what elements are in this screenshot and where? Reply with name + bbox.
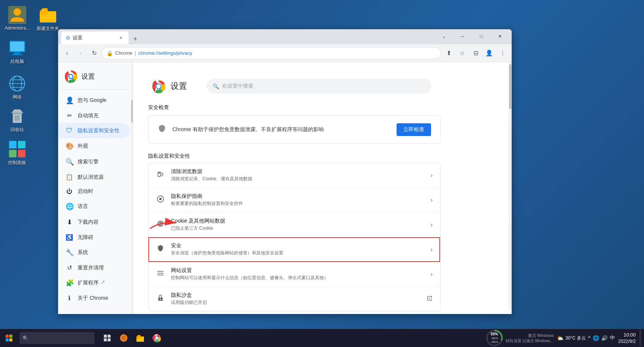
sidebar-item-reset[interactable]: ↺ 重置并清理 (58, 260, 130, 275)
desktop-icon-recycle[interactable]: 回收站 (2, 106, 32, 135)
privacy-item-clear-browsing[interactable]: 清除浏览数据 清除浏览记录、Cookie、缓存及其他数据 › (148, 163, 440, 188)
svg-point-20 (69, 75, 72, 78)
privacy-item-site-settings[interactable]: 网站设置 控制网站可以使用和显示什么信息（如位置信息、摄像头、弹出式窗口及其他）… (148, 262, 440, 287)
controlpanel-icon (8, 140, 26, 158)
chrome-taskbar-btn[interactable] (148, 330, 165, 346)
sidebar-item-privacy[interactable]: 🛡 隐私设置和安全性 (58, 123, 130, 138)
check-now-btn[interactable]: 立即检查 (397, 123, 431, 136)
privacy-guide-texts: 隐私保护指南 检查重要的隐私控制设置和安全控件 (171, 193, 425, 207)
back-btn[interactable]: ‹ (61, 47, 73, 59)
language-icon: 🌐 (66, 202, 73, 211)
safety-check-desc: Chrome 有助于保护您免受数据泄露、不良扩展程序等问题的影响 (172, 126, 391, 133)
clear-browsing-desc: 清除浏览记录、Cookie、缓存及其他数据 (171, 176, 425, 182)
svg-rect-42 (108, 335, 111, 338)
desktop-icon-pc[interactable]: 此电脑 (2, 37, 32, 66)
privacy-security-section: 隐私设置和安全性 清除浏览数据 清除浏览记录、Cookie、缓存 (148, 153, 440, 311)
desktop-icon-admin[interactable]: Administra... (2, 4, 32, 32)
privacy-item-guide[interactable]: 隐私保护指南 检查重要的隐私控制设置和安全控件 › (148, 188, 440, 212)
cookies-texts: Cookie 及其他网站数据 已阻止第三方 Cookie (171, 218, 425, 232)
volume-icon[interactable]: 🔊 (601, 335, 608, 341)
svg-rect-40 (9, 338, 12, 341)
collapse-btn[interactable]: ⌄ (435, 30, 452, 43)
site-settings-desc: 控制网站可以使用和显示什么信息（如位置信息、摄像头、弹出式窗口及其他） (171, 275, 425, 281)
firefox-btn[interactable] (115, 330, 132, 346)
desktop-icon-network[interactable]: 网络 (2, 73, 32, 102)
folder-label: 新建文件夹 (37, 25, 59, 32)
svg-point-23 (156, 84, 160, 88)
sidebar-item-system[interactable]: 🔧 系统 (58, 245, 130, 260)
close-btn[interactable]: ✕ (491, 30, 509, 43)
privacy-guide-icon (156, 195, 165, 205)
sidebar-item-appearance[interactable]: 🎨 外观 (58, 138, 130, 154)
svg-point-29 (161, 224, 162, 225)
start-btn[interactable] (0, 329, 18, 347)
weather-icon: ⛅ (557, 335, 563, 341)
search-engine-label: 搜索引擎 (78, 159, 99, 165)
reload-btn[interactable]: ↻ (88, 47, 100, 59)
taskbar-clock[interactable]: 10:00 2022/9/2 (618, 332, 636, 345)
you-google-label: 您与 Google (78, 97, 106, 104)
svg-point-1 (13, 8, 21, 16)
you-google-icon: 👤 (66, 96, 73, 105)
svg-rect-6 (14, 52, 20, 54)
sidebar-item-startup[interactable]: ⏻ 启动时 (58, 184, 130, 199)
clock-time: 10:00 (618, 332, 636, 338)
svg-rect-16 (18, 150, 25, 157)
search-engine-icon: 🔍 (66, 158, 73, 166)
show-desktop-btn[interactable] (640, 330, 641, 346)
sandbox-external-icon (427, 295, 433, 303)
tab-close-btn[interactable]: ✕ (117, 34, 124, 41)
new-tab-btn[interactable]: + (130, 34, 141, 44)
sidebar-item-you-google[interactable]: 👤 您与 Google (58, 93, 130, 108)
privacy-item-security[interactable]: 安全 安全浏览（保护您免受危险网站的侵害）和其他安全设置 › (148, 237, 440, 262)
about-label: 关于 Chrome (78, 295, 108, 302)
share-btn[interactable]: ⬆ (443, 47, 455, 59)
svg-rect-13 (9, 141, 16, 148)
activate-windows: 激活 Windows 转到 设置 以激活 Windows。 (506, 333, 554, 344)
forward-btn[interactable]: › (75, 47, 87, 59)
sidebar-item-language[interactable]: 🌐 语言 (58, 199, 130, 214)
tray-up-icon[interactable]: ^ (588, 335, 591, 341)
safety-check-title: 安全检查 (148, 104, 440, 111)
account-btn[interactable]: 👤 (483, 47, 495, 59)
bookmark-btn[interactable]: ☆ (456, 47, 468, 59)
url-bar[interactable]: 🔒 Chrome | chrome://settings/privacy (102, 47, 441, 59)
pc-icon (8, 39, 26, 57)
startup-icon: ⏻ (66, 188, 73, 195)
sidebar-item-downloads[interactable]: ⬇ 下载内容 (58, 214, 130, 230)
svg-point-27 (159, 223, 160, 224)
minimize-btn[interactable]: ─ (454, 30, 471, 43)
url-globe-icon: 🔒 (106, 50, 113, 56)
svg-point-26 (157, 221, 164, 227)
sandbox-texts: 隐私沙盒 试用版功能已开启 (171, 292, 421, 306)
startup-label: 启动时 (78, 188, 93, 195)
sidebar-item-about[interactable]: ℹ 关于 Chrome (58, 291, 130, 305)
sidebar-item-search[interactable]: 🔍 搜索引擎 (58, 154, 130, 170)
sidebar-item-browser[interactable]: 📋 默认浏览器 (58, 170, 130, 184)
tab-search-btn[interactable]: ⊟ (470, 47, 482, 59)
maximize-btn[interactable]: □ (473, 30, 490, 43)
privacy-item-cookies[interactable]: Cookie 及其他网站数据 已阻止第三方 Cookie › (148, 212, 440, 237)
taskview-btn[interactable] (99, 330, 115, 346)
search-placeholder: 在设置中搜索 (222, 83, 253, 90)
explorer-btn[interactable] (132, 330, 148, 346)
more-btn[interactable]: ⋮ (497, 47, 509, 59)
site-settings-arrow: › (431, 271, 433, 278)
sidebar-item-autofill[interactable]: ✏ 自动填充 (58, 108, 130, 123)
sidebar-item-accessibility[interactable]: ♿ 无障碍 (58, 230, 130, 245)
appearance-icon: 🎨 (66, 142, 73, 150)
privacy-item-sandbox[interactable]: 隐私沙盒 试用版功能已开启 (148, 287, 440, 311)
security-desc: 安全浏览（保护您免受危险网站的侵害）和其他安全设置 (171, 250, 425, 256)
about-icon: ℹ (66, 295, 73, 302)
tab-favicon: ⚙ (66, 35, 70, 41)
svg-rect-43 (104, 338, 107, 341)
ime-icon[interactable]: 中 (610, 335, 615, 341)
autofill-icon: ✏ (66, 112, 73, 119)
network-tray-icon[interactable]: 🌐 (593, 335, 599, 341)
svg-rect-4 (10, 41, 25, 52)
sidebar-item-extensions[interactable]: 🧩 扩展程序 ↗ (58, 275, 130, 291)
desktop-icon-controlpanel[interactable]: 控制面板 (2, 139, 32, 168)
taskbar-search-box[interactable]: 🔍 (19, 332, 94, 344)
settings-search-bar[interactable]: 🔍 在设置中搜索 (207, 79, 431, 94)
active-tab[interactable]: ⚙ 设置 ✕ (61, 31, 129, 44)
